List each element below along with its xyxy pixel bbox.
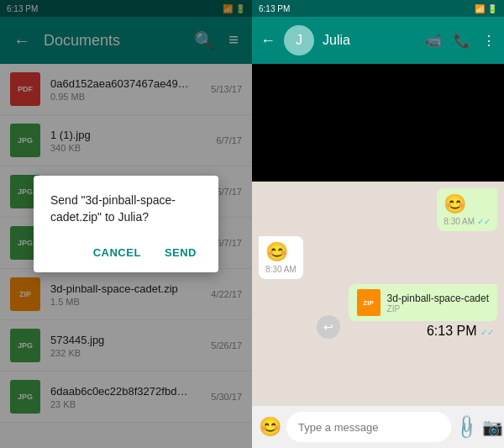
- message-row: 😊 8:30 AM ✓✓: [259, 188, 497, 231]
- voice-call-icon[interactable]: 📞: [454, 33, 470, 49]
- more-options-icon[interactable]: ⋮: [482, 33, 496, 49]
- file-bubble-type: ZIP: [387, 304, 489, 314]
- zip-file-icon: ZIP: [357, 289, 381, 316]
- read-receipt-icon: ✓✓: [477, 217, 491, 226]
- right-time: 6:13 PM: [259, 4, 290, 13]
- chat-back-icon[interactable]: ←: [260, 32, 276, 50]
- cancel-button[interactable]: CANCEL: [88, 243, 146, 262]
- message-time: 8:30 AM: [444, 217, 475, 226]
- emoji-content: 😊: [444, 193, 466, 214]
- emoji-content: 😊: [265, 241, 288, 262]
- dialog-overlay: Send "3d-pinball-space-cadet.zip" to Jul…: [0, 0, 252, 448]
- send-confirm-dialog: Send "3d-pinball-space-cadet.zip" to Jul…: [34, 176, 218, 271]
- emoji-picker-button[interactable]: 😊: [259, 416, 281, 438]
- right-panel: 6:13 PM 📶 🔋 ← J Julia 📹 📞 ⋮ 😊 8:30 AM ✓✓: [252, 0, 504, 448]
- file-bubble-name: 3d-pinball-space-cadet: [387, 293, 489, 304]
- camera-icon[interactable]: 📷: [482, 417, 503, 437]
- right-status-bar: 6:13 PM 📶 🔋: [252, 0, 504, 17]
- chat-area: 😊 8:30 AM ✓✓ 😊 8:30 AM: [252, 64, 504, 406]
- media-area: [252, 64, 504, 182]
- chat-header: ← J Julia 📹 📞 ⋮: [252, 17, 504, 64]
- chat-header-icons: 📹 📞 ⋮: [425, 33, 496, 49]
- message-time: 6:13 PM: [427, 324, 477, 338]
- right-status-icons: 📶 🔋: [475, 4, 497, 13]
- dialog-message: Send "3d-pinball-space-cadet.zip" to Jul…: [50, 192, 202, 225]
- message-bubble: 😊 8:30 AM: [259, 236, 303, 279]
- message-input-bar: 😊 📎 📷 🎤: [252, 406, 504, 448]
- left-panel: 6:13 PM 📶 🔋 ← Documents 🔍 ≡ PDF 0a6d152a…: [0, 0, 252, 448]
- file-message-bubble: ZIP 3d-pinball-space-cadet ZIP: [349, 284, 497, 321]
- chat-messages: 😊 8:30 AM ✓✓ 😊 8:30 AM: [252, 182, 504, 406]
- avatar: J: [284, 25, 314, 55]
- forward-icon[interactable]: ↩: [317, 315, 340, 339]
- message-row: ↩ ZIP 3d-pinball-space-cadet ZIP 6:13 PM…: [259, 284, 497, 339]
- send-button[interactable]: SEND: [160, 243, 202, 262]
- message-time: 8:30 AM: [265, 265, 297, 274]
- file-bubble-info: 3d-pinball-space-cadet ZIP: [387, 293, 489, 314]
- dialog-buttons: CANCEL SEND: [50, 243, 202, 262]
- message-row: 😊 8:30 AM: [259, 236, 497, 279]
- message-bubble: 😊 8:30 AM ✓✓: [437, 188, 497, 231]
- message-input[interactable]: [286, 412, 451, 442]
- read-receipt-icon: ✓✓: [480, 328, 494, 337]
- contact-name: Julia: [323, 33, 417, 48]
- attach-icon[interactable]: 📎: [452, 413, 481, 442]
- video-call-icon[interactable]: 📹: [425, 33, 442, 49]
